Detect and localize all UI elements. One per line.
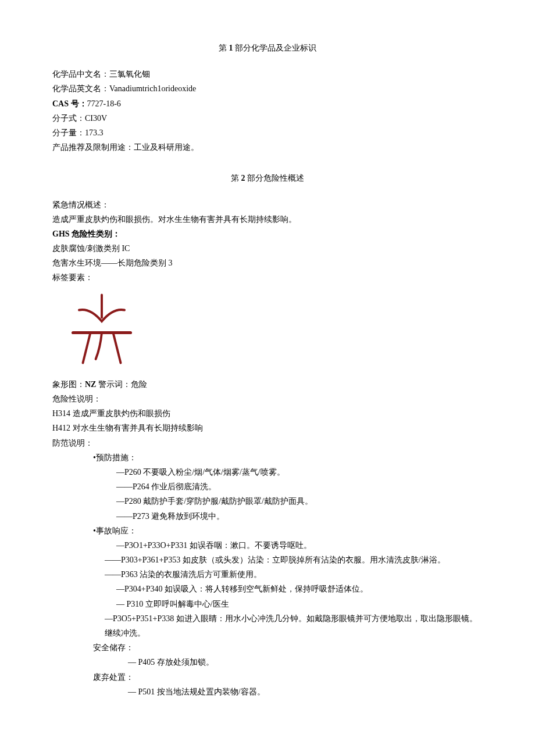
ghs-label: GHS 危险性类别： (52, 227, 483, 241)
title-text: 第 (219, 44, 229, 52)
h314: H314 造成严重皮肤灼伤和眼损伤 (52, 406, 483, 421)
p273: ——P273 避免释放到环境中。 (116, 509, 483, 524)
molecular-weight: 分子量：173.3 (52, 126, 483, 140)
title-num: 1 (229, 44, 233, 52)
p310: — P310 立即呼叫解毒中心/医生 (116, 597, 483, 611)
p264: ——P264 作业后彻底清洗。 (116, 479, 483, 494)
p363: ——P363 沾染的衣服清洗后方可重新使用。 (105, 567, 483, 582)
pictogram-signal-line: 象形图：NZ 警示词：危险 (52, 377, 483, 392)
label-elements: 标签要素： (52, 270, 483, 285)
hazard-pictogram-icon (64, 291, 140, 367)
formula: 分子式：CI30V (52, 111, 483, 126)
chem-name-cn: 化学品中文名：三氯氧化钿 (52, 67, 483, 81)
response-label: •事故响应： (93, 524, 483, 538)
p301: —P3O1+P33O+P331 如误吞咽：漱口。不要诱导呕吐。 (116, 538, 483, 553)
section-2-title: 第 2 部分危险性概述 (52, 171, 483, 185)
section-1-title: 第 1 部分化学品及企业标识 (52, 41, 483, 55)
disposal-label: 废弃处置： (93, 670, 483, 685)
h412: H412 对水生生物有害并具有长期持续影响 (52, 421, 483, 435)
prevention-label: •预防措施： (93, 450, 483, 465)
p501: — P501 按当地法规处置内装物/容器。 (128, 685, 483, 699)
title-text: 第 (231, 174, 241, 182)
p260: —P260 不要吸入粉尘/烟/气体/烟雾/蒸气/喷雾。 (116, 465, 483, 479)
p305: —P3O5+P351+P338 如进入眼睛：用水小心冲洗几分钟。如戴隐形眼镜并可… (105, 611, 483, 640)
p303: ——P303+P361+P353 如皮肤（或头发）沾染：立即脱掉所有沾染的衣服。… (105, 553, 483, 567)
title-num: 2 (241, 174, 245, 182)
p405: — P405 存放处须加锁。 (128, 655, 483, 669)
chem-name-en: 化学品英文名：Vanadiumtrich1orideoxide (52, 81, 483, 96)
ghs-line2: 危害水生环境——长期危险类别 3 (52, 256, 483, 270)
cas-number: CAS 号：7727-18-6 (52, 96, 483, 111)
precaution-label: 防范说明： (52, 436, 483, 450)
p280: —P280 戴防护手套/穿防护服/戴防护眼罩/戴防护面具。 (116, 494, 483, 508)
hazard-statement-label: 危险性说明： (52, 392, 483, 406)
title-suffix: 部分化学品及企业标识 (233, 44, 317, 52)
ghs-line1: 皮肤腐蚀/刺激类别 IC (52, 241, 483, 256)
storage-label: 安全储存： (93, 640, 483, 655)
p304: —P304+P340 如误吸入：将人转移到空气新鲜处，保持呼吸舒适体位。 (116, 582, 483, 596)
title-suffix: 部分危险性概述 (245, 174, 305, 182)
emergency-value: 造成严重皮肤灼伤和眼损伤。对水生生物有害并具有长期持续影响。 (52, 212, 483, 227)
product-use: 产品推荐及限制用途：工业及科研用途。 (52, 140, 483, 155)
emergency-label: 紧急情况概述： (52, 198, 483, 212)
